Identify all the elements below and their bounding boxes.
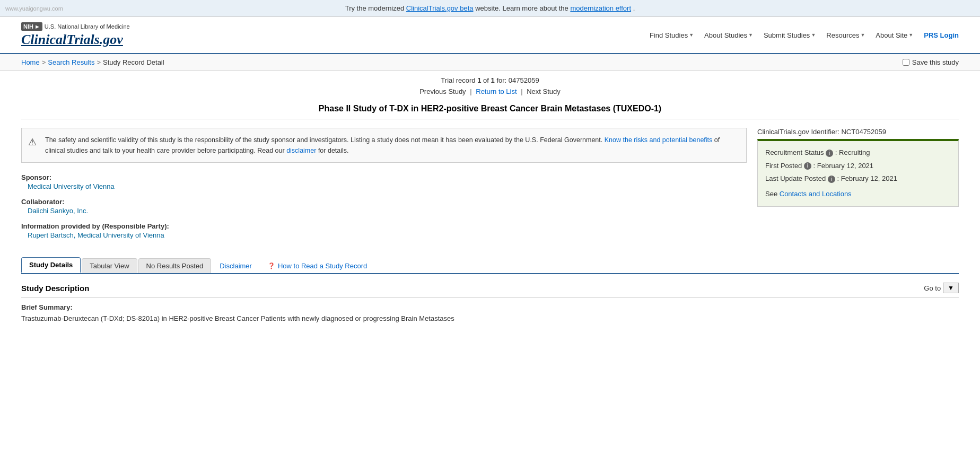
study-description-section: Study Description Go to ▼ Brief Summary:… [21,274,959,324]
recruitment-status-label: Recruitment Status [765,148,824,156]
warning-text3: for details. [318,147,349,154]
banner-text-after: . [633,4,635,12]
collaborator-section: Collaborator: Daiichi Sankyo, Inc. [21,198,747,215]
how-to-read-question-icon: ❓ [268,262,275,269]
nav-record-line: Previous Study | Return to List | Next S… [21,87,959,95]
trial-record-id: 04752059 [509,76,539,84]
trial-record-of: of [483,76,491,84]
last-update-line: Last Update Posted i : February 12, 2021 [765,172,951,186]
recruitment-info-icon[interactable]: i [826,150,833,157]
header-nav: Find Studies About Studies Submit Studie… [650,31,959,39]
nlm-text: U.S. National Library of Medicine [45,23,130,30]
breadcrumb-sep-1: > [42,58,46,66]
trial-record-line: Trial record 1 of 1 for: 04752059 [21,76,959,84]
nih-label: NIH [23,23,33,30]
contacts-line: See Contacts and Locations [765,188,951,201]
section-header: Study Description Go to ▼ [21,278,959,298]
trial-record-prefix: Trial record [441,76,477,84]
breadcrumb-bar: Home > Search Results > Study Record Det… [0,54,980,71]
identifier-box: ClinicalTrials.gov Identifier: NCT047520… [757,128,959,136]
study-title: Phase II Study of T-DX in HER2-positive … [21,104,959,119]
brief-summary-area: Brief Summary: Trastuzumab-Deruxtecan (T… [21,303,959,324]
nav-submit-studies[interactable]: Submit Studies [764,31,816,39]
first-posted-line: First Posted i : February 12, 2021 [765,160,951,173]
breadcrumb-sep-2: > [97,58,101,66]
warning-link-disclaimer[interactable]: disclaimer [286,147,316,154]
warning-text1: The safety and scientific validity of th… [45,136,605,144]
banner-text-middle: website. Learn more about the [475,4,570,12]
info-provided-section: Information provided by (Responsible Par… [21,222,747,239]
goto-dropdown-button[interactable]: ▼ [943,283,959,293]
warning-box: ⚠ The safety and scientific validity of … [21,128,747,163]
previous-study: Previous Study [419,87,466,95]
see-label: See [765,190,780,198]
brief-summary-label: Brief Summary: [21,303,959,311]
trial-record-total: 1 [491,76,495,84]
goto-control: Go to ▼ [924,283,959,293]
recruitment-colon: : [835,148,839,156]
nav-sep-2: | [521,87,524,95]
breadcrumb-home[interactable]: Home [21,58,40,66]
nih-logo: NIH ► [21,22,42,31]
last-update-value: February 12, 2021 [841,174,897,182]
contacts-locations-link[interactable]: Contacts and Locations [780,190,852,198]
section-title: Study Description [21,284,89,293]
tab-study-details[interactable]: Study Details [21,257,81,273]
trial-record-current: 1 [477,76,481,84]
breadcrumb-current: Study Record Detail [103,58,164,66]
recruitment-status-line: Recruitment Status i : Recruiting [765,146,951,160]
last-update-info-icon[interactable]: i [828,176,835,183]
banner-text-before: Try the modernized [345,4,406,12]
sponsor-section: Sponsor: Medical University of Vienna [21,173,747,190]
header-logo-area: NIH ► U.S. National Library of Medicine … [21,22,130,48]
save-study-checkbox[interactable] [903,59,909,66]
return-to-list-link[interactable]: Return to List [476,87,517,95]
tabs-container: Study Details Tabular View No Results Po… [21,257,959,274]
banner-link-beta[interactable]: ClinicalTrials.gov beta [406,4,474,12]
tab-no-results-posted[interactable]: No Results Posted [138,258,212,273]
main-content: Trial record 1 of 1 for: 04752059 Previo… [0,71,980,329]
first-posted-label: First Posted [765,162,802,170]
col-left: ⚠ The safety and scientific validity of … [21,128,747,247]
warning-link-risks[interactable]: Know the risks and potential benefits [605,136,713,144]
first-posted-value: February 12, 2021 [817,162,873,170]
info-provided-label: Information provided by (Responsible Par… [21,222,747,230]
save-study-label: Save this study [912,58,959,66]
nih-arrow-icon: ► [34,23,40,30]
col-right: ClinicalTrials.gov Identifier: NCT047520… [757,128,959,247]
nav-sep-1: | [470,87,474,95]
goto-label: Go to [924,284,941,292]
recruitment-value: Recruiting [839,148,870,156]
warning-icon: ⚠ [28,135,37,150]
last-update-colon: : [837,174,841,182]
two-col-layout: ⚠ The safety and scientific validity of … [21,128,959,247]
nav-about-site[interactable]: About Site [876,31,913,39]
nav-about-studies[interactable]: About Studies [704,31,753,39]
tab-disclaimer[interactable]: Disclaimer [212,259,259,273]
brief-summary-text: Trastuzumab-Deruxtecan (T-DXd; DS-8201a)… [21,313,959,324]
save-study-control: Save this study [903,58,959,66]
nav-resources[interactable]: Resources [826,31,865,39]
first-posted-info-icon[interactable]: i [804,162,811,170]
sponsor-label: Sponsor: [21,173,747,181]
nav-prs-login[interactable]: PRS Login [924,31,959,39]
tab-tabular-view[interactable]: Tabular View [82,258,137,273]
collaborator-value: Daiichi Sankyo, Inc. [21,207,747,215]
breadcrumb: Home > Search Results > Study Record Det… [21,58,164,66]
top-banner: Try the modernized ClinicalTrials.gov be… [0,0,980,17]
tab-how-to-read-label: How to Read a Study Record [278,262,367,270]
status-box: Recruitment Status i : Recruiting First … [757,139,959,207]
info-provided-value: Rupert Bartsch, Medical University of Vi… [21,231,747,239]
site-header: NIH ► U.S. National Library of Medicine … [0,17,980,54]
site-title[interactable]: ClinicalTrials.gov [21,32,123,48]
collaborator-label: Collaborator: [21,198,747,206]
trial-record-for-label: for: [496,76,508,84]
next-study: Next Study [527,87,561,95]
nav-find-studies[interactable]: Find Studies [650,31,694,39]
tab-how-to-read[interactable]: ❓ How to Read a Study Record [260,259,374,273]
last-update-label: Last Update Posted [765,174,826,182]
breadcrumb-search-results[interactable]: Search Results [48,58,94,66]
sponsor-value: Medical University of Vienna [21,182,747,190]
first-posted-colon: : [813,162,817,170]
banner-link-modernization[interactable]: modernization effort [570,4,631,12]
